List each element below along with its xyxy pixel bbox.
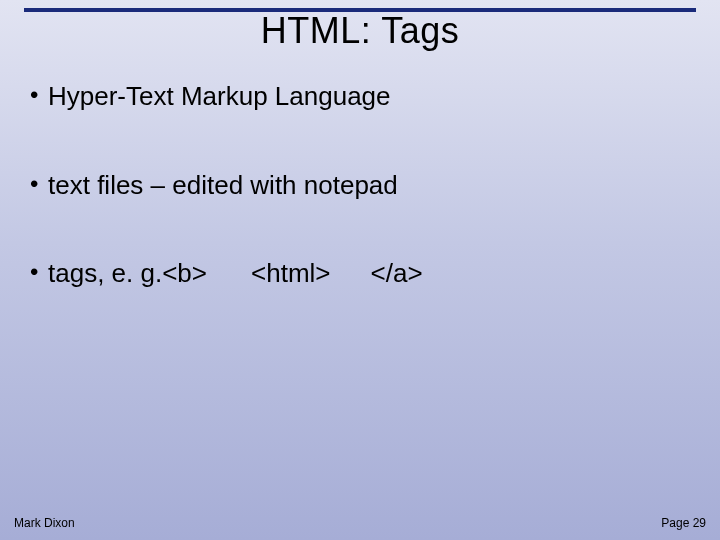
- tags-lead: tags, e. g.: [48, 257, 162, 290]
- bullet-dot-icon: •: [30, 80, 48, 110]
- bullet-item: • tags, e. g. <b><html></a>: [30, 257, 690, 290]
- bullet-text: Hyper-Text Markup Language: [48, 80, 391, 113]
- tag-example: <b>: [162, 257, 207, 290]
- slide-title: HTML: Tags: [0, 10, 720, 52]
- tag-example: </a>: [371, 257, 423, 290]
- bullet-dot-icon: •: [30, 169, 48, 199]
- slide-body: • Hyper-Text Markup Language • text file…: [30, 80, 690, 346]
- bullet-text: tags, e. g. <b><html></a>: [48, 257, 423, 290]
- bullet-item: • text files – edited with notepad: [30, 169, 690, 202]
- footer-author: Mark Dixon: [14, 516, 75, 530]
- tag-example: <html>: [251, 257, 331, 290]
- slide: HTML: Tags • Hyper-Text Markup Language …: [0, 0, 720, 540]
- bullet-text: text files – edited with notepad: [48, 169, 398, 202]
- bullet-item: • Hyper-Text Markup Language: [30, 80, 690, 113]
- footer-page: Page 29: [661, 516, 706, 530]
- bullet-dot-icon: •: [30, 257, 48, 287]
